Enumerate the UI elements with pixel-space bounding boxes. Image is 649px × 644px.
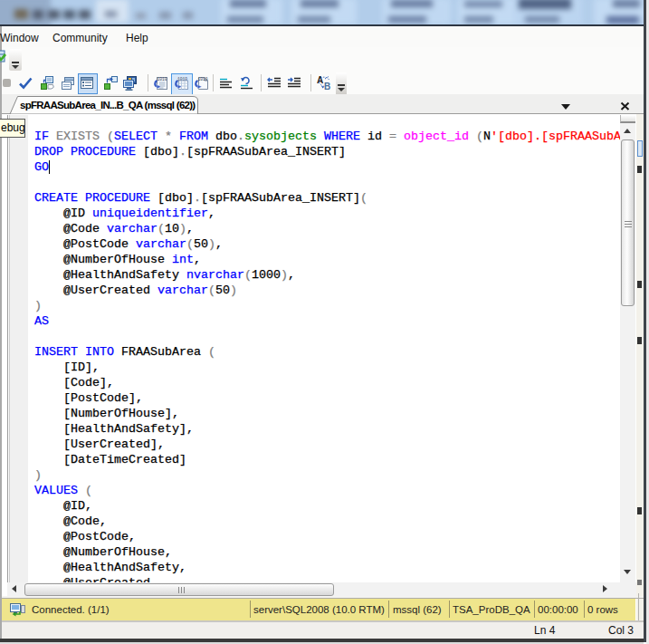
svg-text:1010: 1010 — [157, 77, 167, 82]
svg-text:B: B — [324, 82, 330, 91]
svg-text:A: A — [317, 76, 323, 85]
svg-text:1010: 1010 — [198, 77, 208, 82]
